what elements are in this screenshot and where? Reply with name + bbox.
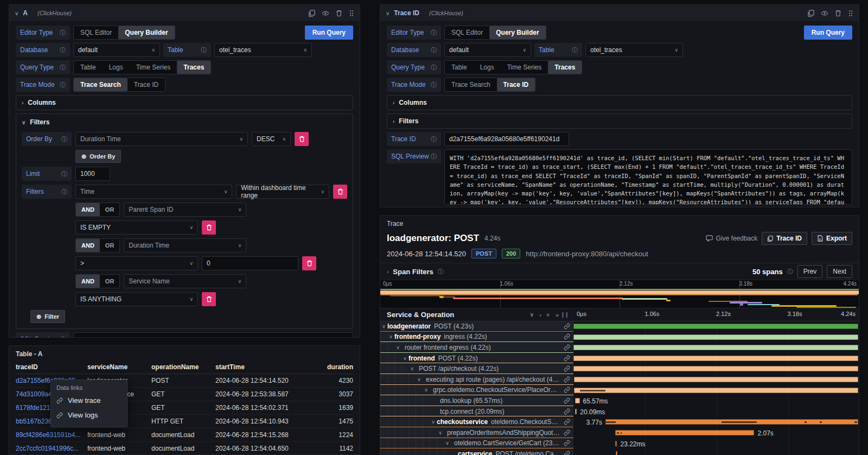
trace-id-option[interactable]: Trace ID [497,78,535,91]
info-icon[interactable]: ⓘ [572,46,578,54]
sql-editor-option[interactable]: SQL Editor [445,26,489,39]
info-icon[interactable]: ⓘ [60,81,66,89]
columns-accordion[interactable]: ›Columns [16,95,353,110]
column-header[interactable]: startTime [215,363,309,371]
query-builder-option[interactable]: Query Builder [118,26,174,39]
span-name-cell[interactable]: ∨prepareOrderItemsAndShippingQuoteFromCa… [380,428,573,438]
span-bar[interactable] [574,377,858,382]
span-collapse-caret[interactable]: ∨ [437,430,444,435]
remove-condition-button[interactable] [302,256,316,270]
span-bar[interactable] [573,324,858,329]
expand-icon[interactable]: › [387,269,388,275]
info-icon[interactable]: ⓘ [431,46,437,54]
query-type-traces[interactable]: Traces [548,61,582,74]
trace-search-option[interactable]: Trace Search [74,78,127,91]
add-filter-button[interactable]: ⊕Filter [30,310,65,323]
span-link-icon[interactable] [560,365,573,372]
and-option[interactable]: AND [76,275,100,288]
prev-button[interactable]: Prev [797,265,823,278]
span-filters-label[interactable]: Span Filters [393,268,433,276]
span-link-icon[interactable] [560,429,573,436]
remove-condition-button[interactable] [202,220,216,235]
span-name-cell[interactable]: dns.lookup (65.57ms) [380,396,573,406]
collapse-icon[interactable]: ∨ [15,10,18,16]
span-link-icon[interactable] [560,376,573,383]
span-bar[interactable] [616,451,617,455]
filters-accordion[interactable]: ∨Filters [22,118,347,126]
sql-editor-option[interactable]: SQL Editor [74,26,118,39]
span-link-icon[interactable] [560,333,573,340]
trace-id-input[interactable] [444,132,569,146]
collapse-all-icon[interactable]: » [545,313,552,316]
span-bar[interactable] [573,356,858,361]
span-link-icon[interactable] [560,451,573,455]
view-logs-link[interactable]: View logs [56,408,122,422]
query-type-timeseries[interactable]: Time Series [130,61,177,74]
condition-field-select[interactable]: Duration Time∨ [124,238,246,252]
database-select[interactable]: default∨ [444,43,531,57]
table-select[interactable]: otel_traces∨ [214,43,312,57]
span-collapse-caret[interactable]: ∨ [416,377,423,382]
query-type-table[interactable]: Table [74,61,103,74]
span-bar[interactable] [615,430,755,435]
span-bar[interactable] [573,366,858,371]
span-name-cell[interactable]: ∨frontend-proxyingress (4.22s) [380,332,573,343]
collapse-icon[interactable]: ∨ [386,10,390,16]
condition-field-select[interactable]: Service Name∨ [124,274,246,288]
duplicate-icon[interactable] [807,10,814,17]
export-button[interactable]: Export [812,232,852,245]
column-header[interactable]: serviceName [87,363,151,371]
query-type-table[interactable]: Table [445,61,474,74]
span-name-cell[interactable]: ∨oteldemo.CartService/GetCart (23.22ms) [380,439,573,449]
span-bar[interactable] [573,334,858,340]
span-collapse-caret[interactable]: ∨ [387,334,394,339]
and-option[interactable]: AND [76,203,100,216]
condition-op-select[interactable]: IS ANYTHING∨ [75,292,198,306]
remove-condition-button[interactable] [202,292,216,306]
table-select[interactable]: otel_traces∨ [585,43,683,57]
column-header[interactable]: traceID [16,363,87,371]
run-query-button[interactable]: Run Query [305,26,353,40]
query-type-logs[interactable]: Logs [474,61,501,74]
trash-icon[interactable] [835,10,841,17]
span-link-icon[interactable] [560,323,573,330]
info-icon[interactable]: ⓘ [61,135,67,143]
condition-value-input[interactable] [202,256,298,270]
span-link-icon[interactable] [560,355,573,362]
or-option[interactable]: OR [100,275,120,288]
expand-all-icon[interactable]: » [556,312,559,318]
column-header[interactable]: operationName [151,363,215,371]
span-name-cell[interactable]: ∨loadgeneratorPOST (4.23s) [380,321,573,332]
span-bar[interactable] [574,388,858,393]
span-collapse-caret[interactable]: ∨ [401,356,409,361]
info-icon[interactable]: ⓘ [787,268,793,276]
query-type-timeseries[interactable]: Time Series [501,61,548,74]
column-header[interactable]: duration [309,363,353,371]
span-name-cell[interactable]: cartservicePOST /oteldemo.CartService/Ge… [380,449,573,455]
span-name-cell[interactable]: ∨executing api route (pages) /api/checko… [380,375,573,385]
span-name-cell[interactable]: ∨POST /api/checkout (4.22s) [380,364,573,374]
info-icon[interactable]: ⓘ [201,46,207,54]
expand-one-icon[interactable]: › [539,312,541,318]
filters-accordion[interactable]: ›Filters [387,113,852,129]
span-collapse-caret[interactable]: ∨ [444,440,451,446]
or-option[interactable]: OR [100,203,120,216]
span-bar[interactable] [573,345,858,350]
drag-handle-icon[interactable] [349,10,354,17]
columns-accordion[interactable]: ›Columns [387,95,852,110]
info-icon[interactable]: ⓘ [438,268,444,276]
trace-id-option[interactable]: Trace ID [127,78,165,91]
add-order-by-button[interactable]: ⊕Order By [75,150,121,163]
database-select[interactable]: default∨ [73,43,160,57]
condition-op-select[interactable]: IS EMPTY∨ [75,220,198,235]
limit-input[interactable] [75,167,110,181]
info-icon[interactable]: ⓘ [61,188,67,196]
query-type-logs[interactable]: Logs [103,61,130,74]
collapse-one-icon[interactable]: ∨ [529,311,534,318]
span-bar[interactable] [575,398,579,403]
condition-field-select[interactable]: Parent Span ID∨ [124,203,246,217]
span-link-icon[interactable] [560,344,573,351]
and-option[interactable]: AND [76,239,100,252]
duplicate-icon[interactable] [308,10,315,17]
info-icon[interactable]: ⓘ [431,64,437,72]
